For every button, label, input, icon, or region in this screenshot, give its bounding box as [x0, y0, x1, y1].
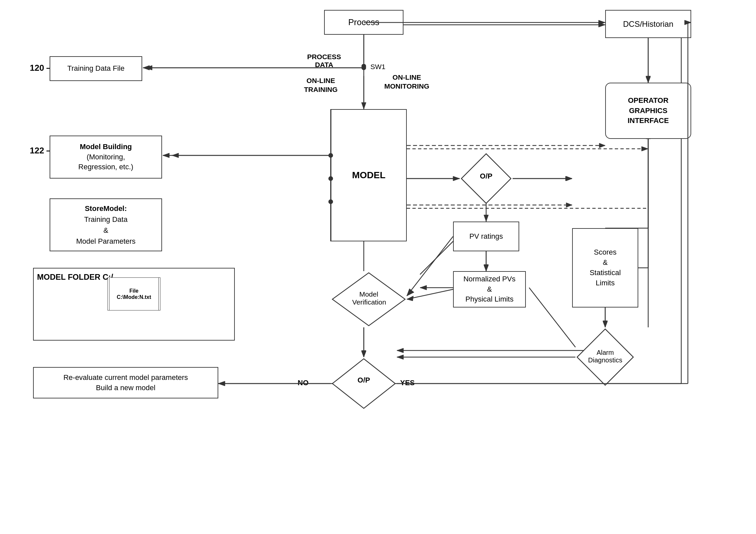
svg-marker-87 — [361, 351, 366, 357]
svg-marker-53 — [461, 154, 511, 203]
svg-marker-66 — [163, 153, 169, 158]
svg-marker-17 — [603, 321, 608, 327]
svg-marker-64 — [646, 77, 651, 83]
model-verification-diamond: ModelVerification — [331, 271, 407, 327]
model-folder-label: MODEL FOLDER C:/ — [37, 272, 113, 282]
file3-box: FileC:\Mode:N.txt — [109, 277, 159, 310]
svg-marker-15 — [566, 176, 572, 181]
svg-line-82 — [407, 289, 453, 299]
on-line-training-label: ON-LINETRAINING — [294, 76, 347, 94]
svg-point-39 — [361, 64, 366, 68]
yes-label: YES — [400, 379, 415, 387]
sw1-label: SW1 — [370, 63, 386, 71]
svg-line-80 — [407, 236, 453, 296]
svg-marker-10 — [172, 153, 179, 158]
svg-marker-77 — [603, 321, 608, 327]
model-building-box: Model Building(Monitoring,Regression, et… — [50, 136, 162, 179]
svg-marker-6 — [646, 76, 651, 83]
pv-ratings-box: PV ratings — [453, 222, 519, 251]
svg-marker-2 — [361, 103, 366, 109]
training-data-file-box: Training Data File — [50, 56, 142, 81]
svg-marker-79 — [484, 265, 488, 271]
svg-marker-81 — [407, 289, 414, 296]
svg-marker-28 — [218, 381, 225, 386]
dcs-historian-box: DCS/Historian — [605, 10, 691, 38]
svg-line-23 — [529, 288, 575, 347]
svg-marker-56 — [332, 359, 395, 408]
svg-marker-54 — [577, 329, 633, 385]
svg-marker-45 — [484, 265, 488, 271]
svg-marker-55 — [332, 273, 405, 326]
process-data-label: PROCESS DATA — [298, 53, 351, 69]
diagram: Process DCS/Historian 120 — Training Dat… — [0, 0, 756, 534]
store-model-box: StoreModel:Training Data&Model Parameter… — [50, 198, 162, 251]
on-line-monitoring-label: ON-LINEMONITORING — [374, 73, 440, 91]
scores-statistical-box: Scores&StatisticalLimits — [572, 228, 638, 308]
svg-marker-13 — [484, 215, 488, 222]
normalized-pvs-box: Normalized PVs&Physical Limits — [453, 271, 526, 308]
svg-marker-73 — [566, 176, 572, 181]
alarm-diagnostics-diamond: AlarmDiagnostics — [575, 327, 635, 387]
operator-graphics-box: OPERATORGRAPHICSINTERFACE — [605, 83, 691, 139]
svg-marker-26 — [361, 350, 366, 357]
svg-marker-62 — [599, 20, 605, 25]
svg-marker-49 — [397, 348, 403, 353]
svg-marker-59 — [143, 65, 149, 70]
svg-marker-43 — [453, 176, 460, 181]
process-box: Process — [324, 10, 403, 35]
svg-marker-89 — [218, 381, 225, 386]
svg-marker-95 — [599, 143, 605, 148]
no-label: NO — [298, 379, 309, 387]
svg-marker-33 — [642, 146, 648, 151]
svg-marker-97 — [566, 203, 572, 207]
re-evaluate-box: Re-evaluate current model parametersBuil… — [33, 367, 218, 398]
svg-point-35 — [361, 65, 366, 70]
svg-marker-8 — [146, 65, 152, 70]
op2-diamond: O/P — [331, 357, 397, 410]
svg-marker-47 — [420, 285, 427, 290]
svg-marker-83 — [407, 296, 413, 301]
op1-diamond: O/P — [460, 152, 513, 205]
model-folder-box: MODEL FOLDER C:/ FileC:\Model1.txt ... F… — [33, 268, 235, 341]
svg-marker-85 — [397, 355, 403, 359]
svg-marker-4 — [599, 22, 605, 27]
model-box: MODEL — [331, 109, 407, 241]
